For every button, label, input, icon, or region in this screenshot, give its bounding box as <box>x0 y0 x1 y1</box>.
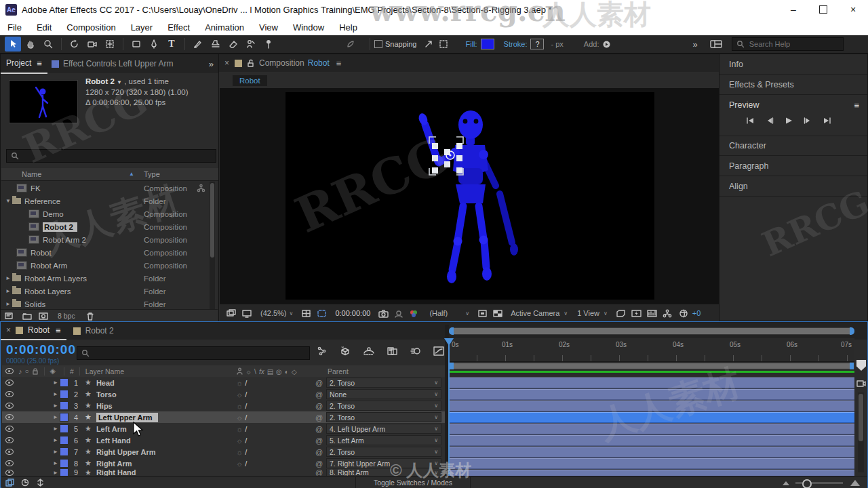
expand-arrow-icon[interactable]: ► <box>53 414 60 420</box>
project-bpc-label[interactable]: 8 bpc <box>58 312 75 320</box>
viewer-menu-icon[interactable]: ≡ <box>336 58 342 68</box>
layer-row-left-hand[interactable]: ► 6 ★ Left Hand ☼ / @ 5. Left Arm∨ <box>2 434 445 447</box>
first-frame-icon[interactable] <box>746 117 755 125</box>
exposure-value[interactable]: +0 <box>692 309 701 317</box>
preview-menu-icon[interactable]: ≡ <box>854 100 867 110</box>
menu-file[interactable]: File <box>0 19 29 35</box>
track-row-selected[interactable] <box>449 411 854 423</box>
pickwhip-icon[interactable]: @ <box>315 448 323 456</box>
layer-name[interactable]: Head <box>96 379 115 387</box>
work-area-end-handle[interactable] <box>850 363 854 369</box>
track-row[interactable] <box>449 434 854 446</box>
layer-row-left-arm[interactable]: ► 5 ★ Left Arm ☼ / @ 4. Left Upper Arm∨ <box>2 423 445 435</box>
layer-row-head[interactable]: ► 1 ★ Head ☼ / @ 2. Torso∨ <box>2 377 445 389</box>
comp-flowchart-icon[interactable] <box>663 309 672 318</box>
viewer-tab-close-icon[interactable]: × <box>219 58 235 68</box>
layer-switches[interactable]: ☼ / <box>236 448 247 456</box>
comp-button-icon[interactable] <box>856 379 866 388</box>
menu-help[interactable]: Help <box>332 19 365 35</box>
menu-layer[interactable]: Layer <box>123 19 161 35</box>
tab-project[interactable]: Project ≡ <box>1 54 47 74</box>
visibility-eye-icon[interactable] <box>5 403 14 409</box>
expand-in-out-icon[interactable] <box>37 479 44 487</box>
last-frame-icon[interactable] <box>822 117 831 125</box>
expand-layer-switches-icon[interactable] <box>5 479 14 487</box>
playhead-handle[interactable] <box>444 338 454 346</box>
layer-row-torso[interactable]: ► 2 ★ Torso ☼ / @ None∨ <box>2 388 445 401</box>
reset-exposure-icon[interactable] <box>679 309 688 318</box>
project-scrollbar[interactable] <box>210 182 215 310</box>
expand-arrow-icon[interactable]: ► <box>53 437 60 443</box>
label-column-icon[interactable]: ◈ <box>50 367 56 375</box>
expand-arrow-icon[interactable]: ► <box>53 391 60 397</box>
layer-row-hips[interactable]: ► 3 ★ Hips ☼ / @ 2. Torso∨ <box>2 400 445 412</box>
expand-arrow-icon[interactable]: ► <box>53 460 60 466</box>
visibility-eye-icon[interactable] <box>5 426 14 432</box>
track-row[interactable] <box>449 388 854 400</box>
label-color-swatch[interactable] <box>60 401 68 410</box>
primary-viewer-icon[interactable] <box>242 309 252 318</box>
eraser-tool[interactable] <box>225 37 241 52</box>
visibility-eye-icon[interactable] <box>5 437 14 443</box>
zoom-out-mountain-icon[interactable] <box>782 479 790 486</box>
lock-column-icon[interactable] <box>32 367 39 375</box>
menu-window[interactable]: Window <box>285 19 332 35</box>
adjustment-column-icon[interactable]: ◐ <box>285 368 289 375</box>
layer-duration-bar[interactable] <box>449 435 854 446</box>
quality-column-icon[interactable]: \ <box>254 368 256 375</box>
viewer-tab-comp-name[interactable]: Robot <box>308 58 330 68</box>
grid-guides-icon[interactable] <box>301 308 311 318</box>
view-layout-popup[interactable]: 1 View <box>577 309 599 317</box>
label-color-swatch[interactable] <box>60 459 68 468</box>
project-panel-menu-icon[interactable]: ≡ <box>37 58 42 68</box>
number-column-header[interactable]: # <box>70 367 74 375</box>
interpret-footage-icon[interactable] <box>5 312 16 320</box>
play-icon[interactable] <box>784 117 793 125</box>
layer-switches[interactable]: ☼ / <box>236 390 247 399</box>
track-row[interactable] <box>449 458 854 469</box>
work-area-start-handle[interactable] <box>450 363 454 369</box>
mask-visibility-icon[interactable] <box>317 308 327 318</box>
parent-dropdown[interactable]: 2. Torso∨ <box>326 401 441 411</box>
magnification-value[interactable]: (42.5%) <box>260 309 287 317</box>
previous-frame-icon[interactable] <box>765 117 774 125</box>
project-search-input[interactable] <box>22 151 194 161</box>
resolution-chevron-icon[interactable]: ∨ <box>465 310 469 317</box>
resolution-value[interactable]: (Half) <box>429 309 448 317</box>
audio-column-icon[interactable]: ♪ <box>18 367 22 375</box>
label-color-swatch[interactable] <box>60 390 68 399</box>
composition-frame[interactable] <box>285 92 654 300</box>
layer-name[interactable]: Left Arm <box>96 425 127 433</box>
toggle-switches-modes-button[interactable]: Toggle Switches / Modes <box>355 477 471 488</box>
viewport[interactable] <box>220 88 719 304</box>
threed-column-icon[interactable]: ◇ <box>292 368 297 375</box>
channels-icon[interactable] <box>409 309 420 318</box>
visibility-eye-icon[interactable] <box>5 414 14 420</box>
close-button[interactable]: × <box>838 0 868 19</box>
solo-column-icon[interactable]: ○ <box>25 367 29 375</box>
label-color-swatch[interactable] <box>60 378 68 387</box>
project-item-fk[interactable]: FK Composition <box>1 182 209 195</box>
layer-row-left-upper-arm[interactable]: ► 4 ★ Left Upper Arm ☼ / @ 2. Torso∨ <box>2 411 445 424</box>
layer-switches[interactable]: ☼ / <box>236 379 247 387</box>
track-row[interactable] <box>449 469 854 476</box>
timeline-search-input[interactable] <box>92 348 292 358</box>
panel-preview[interactable]: Preview ≡ <box>719 95 867 115</box>
motion-blur-column-icon[interactable]: ◎ <box>276 368 282 375</box>
timeline-tab-robot-2[interactable]: Robot 2 <box>66 322 121 340</box>
layer-duration-bar[interactable] <box>449 447 854 458</box>
parent-dropdown[interactable]: 2. Torso∨ <box>326 447 441 457</box>
parent-dropdown[interactable]: 2. Torso∨ <box>326 378 441 388</box>
collapse-column-icon[interactable]: ☼ <box>245 368 252 375</box>
menu-effect[interactable]: Effect <box>160 19 197 35</box>
pan-behind-tool[interactable] <box>102 37 118 52</box>
time-ruler[interactable]: 0s 01s 02s 03s 04s 05s 06s 07s <box>449 338 854 362</box>
lock-open-icon[interactable] <box>247 59 254 67</box>
delete-trash-icon[interactable] <box>86 312 94 321</box>
layer-duration-bar[interactable] <box>449 458 854 469</box>
info-comp-name[interactable]: Robot 2 <box>85 77 115 85</box>
expand-arrow-icon[interactable]: ► <box>53 449 60 455</box>
toolbar-overflow-chevron[interactable]: » <box>692 39 697 49</box>
fill-label[interactable]: Fill: <box>466 40 477 48</box>
layer-row-right-upper-arm[interactable]: ► 7 ★ Right Upper Arm ☼ / @ 2. Torso∨ <box>2 446 445 458</box>
